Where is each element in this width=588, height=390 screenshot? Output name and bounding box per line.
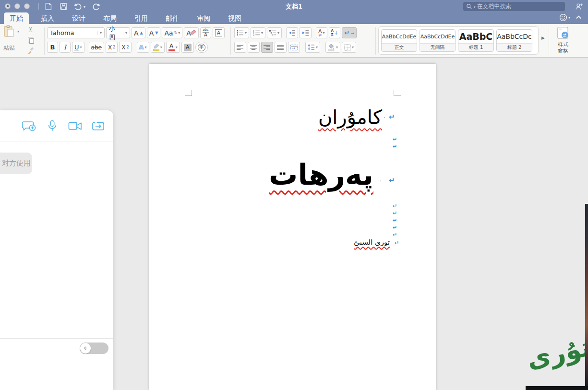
font-family-select[interactable]: Tahoma ▾ — [47, 27, 105, 38]
paragraph-mark-icon: ↵ — [344, 29, 349, 36]
tab-review[interactable]: 审阅 — [191, 12, 216, 24]
paragraph-group: ▾ 123▾ ▾ A⇄▾ AZ↓ ↵→ ↔ ▾ ▾ ▾ — [234, 27, 357, 53]
smiley-icon — [559, 13, 567, 22]
font-color-button[interactable]: A ▾ — [166, 42, 180, 53]
tab-insert[interactable]: 插入 — [35, 12, 60, 24]
heading-primary-text[interactable]: كامۇران — [318, 106, 382, 128]
multilevel-caret-icon: ▾ — [277, 31, 279, 35]
character-border-button[interactable]: A — [213, 27, 225, 38]
share-exit-icon[interactable] — [92, 121, 105, 131]
titlebar: ▾ 文档1 ▾ 在文档中搜索 — [0, 0, 588, 12]
superscript-button[interactable]: X2 — [119, 42, 131, 53]
character-shading-button[interactable]: A — [181, 42, 194, 53]
style-card-no-spacing[interactable]: AaBbCcDdEe 无间隔 — [420, 29, 456, 52]
underline-button[interactable]: U▾ — [72, 42, 84, 53]
enclose-characters-button[interactable]: 字 — [195, 42, 208, 53]
sort-button[interactable]: AZ↓ — [329, 27, 341, 38]
copy-icon[interactable] — [27, 36, 35, 44]
increase-indent-button[interactable] — [300, 27, 312, 38]
align-center-button[interactable] — [248, 42, 260, 53]
toggle-knob — [80, 343, 91, 354]
text-direction-button[interactable]: A⇄▾ — [316, 27, 327, 38]
strikethrough-letters: abe — [91, 44, 102, 51]
numbering-button[interactable]: 123▾ — [251, 27, 265, 38]
search-input[interactable]: ▾ 在文档中搜索 — [463, 2, 565, 11]
highlight-caret-icon: ▾ — [160, 46, 162, 49]
tab-layout[interactable]: 布局 — [97, 12, 122, 24]
margin-corner-mark — [185, 90, 192, 96]
sound-toggle[interactable] — [80, 343, 108, 354]
borders-button[interactable]: ▾ — [342, 42, 356, 53]
align-left-button[interactable] — [234, 42, 246, 53]
clipboard-icon — [3, 25, 15, 38]
share-person-icon[interactable] — [575, 2, 583, 11]
align-right-button[interactable] — [261, 42, 273, 53]
tab-view[interactable]: 视图 — [222, 12, 247, 24]
document-page[interactable]: كامۇران پەرھات تورى السىئ ↵ · ↵ ↵ ↵ · ↵ … — [149, 64, 436, 390]
style-label: 正文 — [382, 43, 417, 51]
change-case-button[interactable]: Aa↻▾ — [162, 27, 182, 38]
feedback-caret-icon: ▾ — [568, 15, 570, 20]
paragraph-mark: ↵ — [395, 240, 399, 246]
shrink-font-button[interactable]: A▼ — [147, 27, 161, 38]
styles-pane-button[interactable]: 样式 窗格 — [552, 26, 574, 55]
grow-font-letter: A — [134, 29, 139, 37]
word-window: ▾ 文档1 ▾ 在文档中搜索 开始 插入 设计 布局 引用 邮件 审阅 视图 ▾ — [0, 0, 588, 390]
italic-button[interactable]: I — [60, 42, 71, 53]
tab-home[interactable]: 开始 — [4, 12, 29, 24]
style-card-normal[interactable]: AaBbCcDdEe 正文 — [381, 29, 417, 52]
closing-line-text[interactable]: تورى السىئ — [354, 238, 390, 247]
styles-pane-icon — [557, 26, 570, 40]
tab-design[interactable]: 设计 — [66, 12, 91, 24]
paste-button[interactable]: ▾ 粘贴 — [3, 25, 15, 52]
grow-font-button[interactable]: A▲ — [132, 27, 145, 38]
feedback-button[interactable]: ▾ — [559, 13, 570, 22]
shading-button[interactable]: ▾ — [325, 42, 340, 53]
call-overlay-panel: 对方使用 — [0, 110, 113, 390]
paste-caret-icon[interactable]: ▾ — [17, 30, 19, 34]
font-family-caret-icon: ▾ — [97, 31, 102, 35]
strikethrough-button[interactable]: abe — [89, 42, 104, 53]
microphone-icon[interactable] — [47, 119, 58, 132]
tab-mailings[interactable]: 邮件 — [160, 12, 185, 24]
tab-references[interactable]: 引用 — [129, 12, 154, 24]
show-marks-button[interactable]: ↵→ — [342, 27, 356, 38]
style-card-heading1[interactable]: AaBbC 标题 1 — [458, 29, 494, 52]
search-scope-caret-icon[interactable]: ▾ — [474, 5, 476, 9]
distribute-button[interactable]: ↔ — [288, 42, 300, 53]
subscript-digit: 2 — [113, 45, 115, 49]
clear-formatting-button[interactable]: A — [184, 27, 199, 38]
up-triangle-icon: ▲ — [140, 31, 143, 35]
bold-button[interactable]: B — [47, 42, 58, 53]
style-sample: AaBbCcDdEe — [420, 30, 455, 43]
text-effects-button[interactable]: A▾ — [137, 42, 149, 53]
font-color-bar — [168, 49, 175, 51]
search-icon — [466, 3, 472, 10]
subscript-base: X — [108, 44, 112, 51]
subscript-button[interactable]: X2 — [106, 42, 118, 53]
line-spacing-caret-icon: ▾ — [316, 46, 318, 49]
phonetic-guide-button[interactable]: abcA — [200, 27, 211, 38]
background-window-edge — [585, 204, 588, 390]
line-spacing-button[interactable]: ▾ — [305, 42, 320, 53]
heading-display-text[interactable]: پەرھات — [269, 158, 373, 191]
camera-icon[interactable] — [68, 121, 82, 131]
format-painter-icon[interactable] — [27, 47, 35, 55]
left-right-arrows-icon: ⇄ — [318, 34, 322, 37]
highlight-color-bar — [153, 49, 159, 51]
cut-icon[interactable]: ✂ — [26, 26, 35, 33]
more-styles-button[interactable]: ▶ — [541, 35, 545, 40]
multilevel-list-button[interactable]: ▾ — [267, 27, 282, 38]
justify-button[interactable] — [275, 42, 287, 53]
decrease-indent-button[interactable] — [286, 27, 298, 38]
font-size-select[interactable]: 小四 ▾ — [106, 27, 130, 38]
font-color-letter: A — [169, 43, 173, 49]
collapse-ribbon-icon[interactable] — [575, 14, 582, 21]
chat-add-icon[interactable] — [22, 120, 36, 132]
text-effects-caret-icon: ▾ — [145, 46, 147, 49]
bullets-button[interactable]: ▾ — [234, 27, 249, 38]
font-size-value: 小四 — [109, 24, 120, 42]
highlight-button[interactable]: ▾ — [151, 42, 165, 53]
align-right-icon — [264, 45, 271, 50]
style-card-heading2[interactable]: AaBbCcDc 标题 2 — [496, 29, 532, 52]
